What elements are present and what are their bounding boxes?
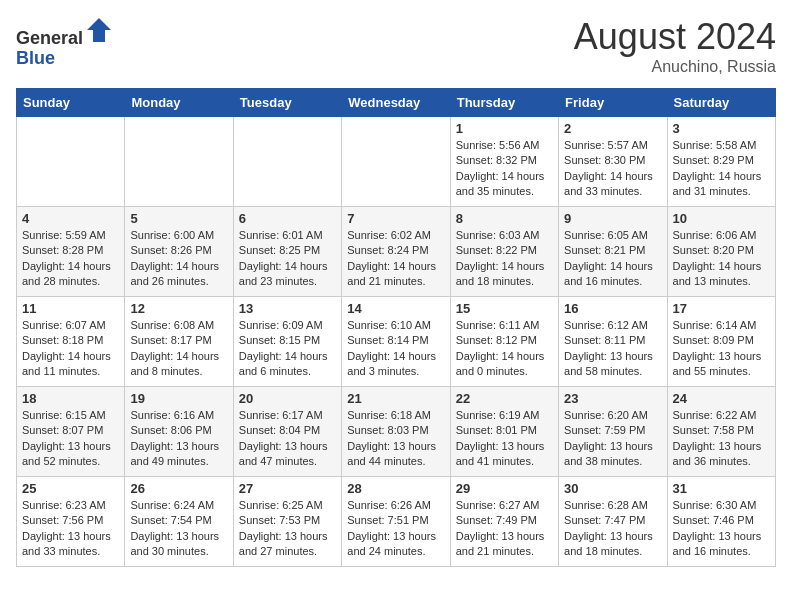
calendar-body: 1Sunrise: 5:56 AM Sunset: 8:32 PM Daylig… [17,117,776,567]
calendar-cell: 19Sunrise: 6:16 AM Sunset: 8:06 PM Dayli… [125,387,233,477]
day-number: 26 [130,481,227,496]
day-number: 6 [239,211,336,226]
day-number: 25 [22,481,119,496]
calendar-cell: 3Sunrise: 5:58 AM Sunset: 8:29 PM Daylig… [667,117,775,207]
day-info: Sunrise: 6:26 AM Sunset: 7:51 PM Dayligh… [347,498,444,560]
day-info: Sunrise: 5:59 AM Sunset: 8:28 PM Dayligh… [22,228,119,290]
page-header: General Blue August 2024 Anuchino, Russi… [16,16,776,76]
weekday-header-cell: Sunday [17,89,125,117]
calendar-cell: 9Sunrise: 6:05 AM Sunset: 8:21 PM Daylig… [559,207,667,297]
day-info: Sunrise: 6:15 AM Sunset: 8:07 PM Dayligh… [22,408,119,470]
calendar-cell: 20Sunrise: 6:17 AM Sunset: 8:04 PM Dayli… [233,387,341,477]
calendar-week-row: 4Sunrise: 5:59 AM Sunset: 8:28 PM Daylig… [17,207,776,297]
calendar-cell: 29Sunrise: 6:27 AM Sunset: 7:49 PM Dayli… [450,477,558,567]
day-info: Sunrise: 6:19 AM Sunset: 8:01 PM Dayligh… [456,408,553,470]
day-number: 23 [564,391,661,406]
day-info: Sunrise: 6:20 AM Sunset: 7:59 PM Dayligh… [564,408,661,470]
weekday-header-cell: Tuesday [233,89,341,117]
calendar-cell: 1Sunrise: 5:56 AM Sunset: 8:32 PM Daylig… [450,117,558,207]
calendar-cell: 6Sunrise: 6:01 AM Sunset: 8:25 PM Daylig… [233,207,341,297]
calendar-cell: 4Sunrise: 5:59 AM Sunset: 8:28 PM Daylig… [17,207,125,297]
day-info: Sunrise: 6:09 AM Sunset: 8:15 PM Dayligh… [239,318,336,380]
day-number: 20 [239,391,336,406]
calendar-cell: 8Sunrise: 6:03 AM Sunset: 8:22 PM Daylig… [450,207,558,297]
calendar-cell: 24Sunrise: 6:22 AM Sunset: 7:58 PM Dayli… [667,387,775,477]
calendar-location: Anuchino, Russia [574,58,776,76]
day-number: 4 [22,211,119,226]
day-info: Sunrise: 6:14 AM Sunset: 8:09 PM Dayligh… [673,318,770,380]
day-number: 30 [564,481,661,496]
day-info: Sunrise: 6:24 AM Sunset: 7:54 PM Dayligh… [130,498,227,560]
day-number: 18 [22,391,119,406]
day-info: Sunrise: 5:58 AM Sunset: 8:29 PM Dayligh… [673,138,770,200]
day-number: 13 [239,301,336,316]
calendar-cell: 18Sunrise: 6:15 AM Sunset: 8:07 PM Dayli… [17,387,125,477]
calendar-week-row: 18Sunrise: 6:15 AM Sunset: 8:07 PM Dayli… [17,387,776,477]
calendar-cell [125,117,233,207]
day-number: 19 [130,391,227,406]
weekday-header-cell: Friday [559,89,667,117]
day-info: Sunrise: 6:05 AM Sunset: 8:21 PM Dayligh… [564,228,661,290]
logo-icon [85,16,113,44]
day-info: Sunrise: 6:16 AM Sunset: 8:06 PM Dayligh… [130,408,227,470]
calendar-week-row: 11Sunrise: 6:07 AM Sunset: 8:18 PM Dayli… [17,297,776,387]
calendar-week-row: 1Sunrise: 5:56 AM Sunset: 8:32 PM Daylig… [17,117,776,207]
calendar-cell: 11Sunrise: 6:07 AM Sunset: 8:18 PM Dayli… [17,297,125,387]
title-block: August 2024 Anuchino, Russia [574,16,776,76]
day-info: Sunrise: 5:56 AM Sunset: 8:32 PM Dayligh… [456,138,553,200]
day-number: 29 [456,481,553,496]
day-number: 28 [347,481,444,496]
calendar-week-row: 25Sunrise: 6:23 AM Sunset: 7:56 PM Dayli… [17,477,776,567]
calendar-cell: 16Sunrise: 6:12 AM Sunset: 8:11 PM Dayli… [559,297,667,387]
day-info: Sunrise: 6:01 AM Sunset: 8:25 PM Dayligh… [239,228,336,290]
calendar-cell: 7Sunrise: 6:02 AM Sunset: 8:24 PM Daylig… [342,207,450,297]
day-info: Sunrise: 6:10 AM Sunset: 8:14 PM Dayligh… [347,318,444,380]
day-number: 7 [347,211,444,226]
day-number: 17 [673,301,770,316]
day-info: Sunrise: 6:22 AM Sunset: 7:58 PM Dayligh… [673,408,770,470]
calendar-cell [233,117,341,207]
logo: General Blue [16,16,113,69]
day-info: Sunrise: 6:08 AM Sunset: 8:17 PM Dayligh… [130,318,227,380]
weekday-header-cell: Thursday [450,89,558,117]
day-info: Sunrise: 6:03 AM Sunset: 8:22 PM Dayligh… [456,228,553,290]
day-info: Sunrise: 6:28 AM Sunset: 7:47 PM Dayligh… [564,498,661,560]
day-info: Sunrise: 6:27 AM Sunset: 7:49 PM Dayligh… [456,498,553,560]
day-number: 16 [564,301,661,316]
day-number: 10 [673,211,770,226]
day-number: 27 [239,481,336,496]
calendar-cell [17,117,125,207]
calendar-cell: 14Sunrise: 6:10 AM Sunset: 8:14 PM Dayli… [342,297,450,387]
calendar-cell: 26Sunrise: 6:24 AM Sunset: 7:54 PM Dayli… [125,477,233,567]
calendar-cell: 10Sunrise: 6:06 AM Sunset: 8:20 PM Dayli… [667,207,775,297]
day-info: Sunrise: 5:57 AM Sunset: 8:30 PM Dayligh… [564,138,661,200]
day-info: Sunrise: 6:18 AM Sunset: 8:03 PM Dayligh… [347,408,444,470]
weekday-header-cell: Saturday [667,89,775,117]
day-number: 1 [456,121,553,136]
day-number: 11 [22,301,119,316]
calendar-cell: 21Sunrise: 6:18 AM Sunset: 8:03 PM Dayli… [342,387,450,477]
day-number: 3 [673,121,770,136]
svg-marker-0 [87,18,111,42]
calendar-cell: 17Sunrise: 6:14 AM Sunset: 8:09 PM Dayli… [667,297,775,387]
calendar-cell [342,117,450,207]
day-number: 31 [673,481,770,496]
day-info: Sunrise: 6:02 AM Sunset: 8:24 PM Dayligh… [347,228,444,290]
calendar-cell: 2Sunrise: 5:57 AM Sunset: 8:30 PM Daylig… [559,117,667,207]
day-info: Sunrise: 6:17 AM Sunset: 8:04 PM Dayligh… [239,408,336,470]
day-info: Sunrise: 6:00 AM Sunset: 8:26 PM Dayligh… [130,228,227,290]
logo-blue: Blue [16,48,55,68]
calendar-cell: 27Sunrise: 6:25 AM Sunset: 7:53 PM Dayli… [233,477,341,567]
day-info: Sunrise: 6:12 AM Sunset: 8:11 PM Dayligh… [564,318,661,380]
day-number: 9 [564,211,661,226]
day-number: 15 [456,301,553,316]
day-number: 8 [456,211,553,226]
day-info: Sunrise: 6:23 AM Sunset: 7:56 PM Dayligh… [22,498,119,560]
day-number: 12 [130,301,227,316]
weekday-header-row: SundayMondayTuesdayWednesdayThursdayFrid… [17,89,776,117]
logo-general: General [16,28,83,48]
day-number: 24 [673,391,770,406]
calendar-cell: 25Sunrise: 6:23 AM Sunset: 7:56 PM Dayli… [17,477,125,567]
day-number: 2 [564,121,661,136]
day-number: 22 [456,391,553,406]
